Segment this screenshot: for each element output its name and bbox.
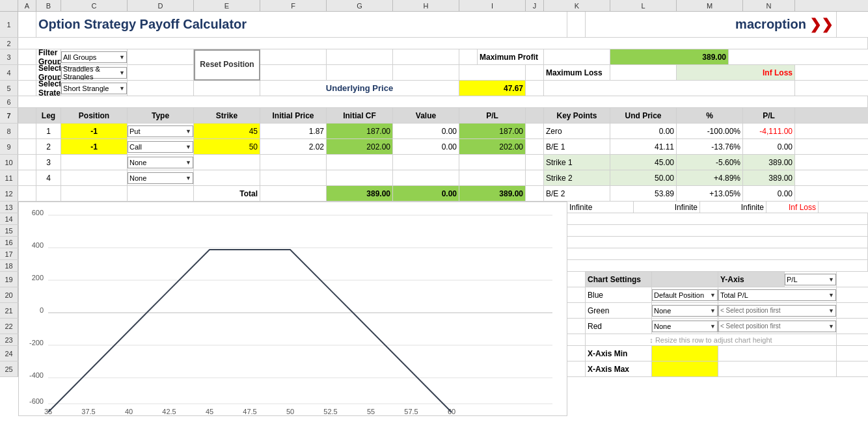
blue-dropdown[interactable]: Default Position ▼ bbox=[652, 287, 718, 302]
red-right-dropdown[interactable]: < Select position first ▼ bbox=[718, 319, 837, 334]
cell-3h bbox=[327, 49, 393, 64]
col-f-header: F bbox=[260, 0, 327, 11]
leg1-value: 0.00 bbox=[393, 124, 459, 138]
red-dropdown-arrow-icon: ▼ bbox=[710, 323, 716, 330]
kp-be2-pl: 0.00 bbox=[743, 186, 795, 201]
cell-23j bbox=[567, 334, 586, 345]
cell-4g bbox=[327, 65, 393, 80]
rownum-3: 3 bbox=[0, 49, 18, 64]
cell-3a bbox=[18, 49, 36, 64]
cell-21j bbox=[567, 303, 586, 318]
underlying-price-label: Underlying Price bbox=[260, 81, 459, 96]
leg4-position bbox=[61, 170, 128, 185]
cell-4l bbox=[610, 65, 677, 80]
chart-settings-label: Chart Settings bbox=[586, 272, 652, 287]
leg2-type-dropdown[interactable]: Call ▼ bbox=[128, 139, 194, 154]
red-dropdown[interactable]: None ▼ bbox=[652, 319, 718, 334]
leg2-strike[interactable]: 50 bbox=[194, 139, 260, 154]
col-pl-header: P/L bbox=[459, 108, 526, 123]
leg2-initial-cf: 202.00 bbox=[327, 139, 393, 154]
max-profit-value: 389.00 bbox=[610, 49, 729, 64]
rownum-10: 10 bbox=[0, 155, 18, 170]
leg1-strike[interactable]: 45 bbox=[194, 124, 260, 138]
reset-position-button[interactable]: Reset Position bbox=[194, 49, 260, 81]
corner-cell bbox=[0, 0, 18, 11]
x-axis-min-value[interactable] bbox=[652, 346, 718, 361]
leg3-type-dropdown[interactable]: None ▼ bbox=[128, 155, 194, 170]
col-c-header: C bbox=[61, 0, 128, 11]
leg4-type-dropdown[interactable]: None ▼ bbox=[128, 170, 194, 185]
rownum-6: 6 bbox=[0, 96, 18, 107]
rownum-16: 16 bbox=[0, 237, 18, 248]
filter-groups-dropdown[interactable]: All Groups ▼ bbox=[61, 49, 128, 64]
max-loss-value: Inf Loss bbox=[677, 65, 795, 80]
col-leg-header: Leg bbox=[36, 108, 61, 123]
filter-groups-label: Filter Groups bbox=[36, 49, 61, 64]
svg-text:45: 45 bbox=[206, 408, 213, 415]
rownum-9: 9 bbox=[0, 139, 18, 154]
y-axis-dropdown[interactable]: P/L ▼ bbox=[785, 272, 837, 287]
rownum-15: 15 bbox=[0, 225, 18, 236]
col-value-header: Value bbox=[393, 108, 459, 123]
cell-14-right bbox=[556, 213, 868, 224]
cell-1a bbox=[18, 12, 36, 37]
green-right-dropdown[interactable]: < Select position first ▼ bbox=[718, 303, 837, 318]
cell-3g bbox=[260, 49, 327, 64]
rownum-18: 18 bbox=[0, 260, 18, 271]
select-strategy-dropdown[interactable]: Short Strangle ▼ bbox=[61, 81, 128, 96]
leg3-pl bbox=[459, 155, 526, 170]
col-d-header: D bbox=[128, 0, 194, 11]
row-12-total: 12 Total 389.00 0.00 389.00 B/E 2 53.89 … bbox=[0, 186, 868, 202]
kp-be2-undprice: 53.89 bbox=[610, 186, 677, 201]
cell-5a bbox=[18, 81, 36, 96]
col-e-header: E bbox=[194, 0, 260, 11]
row-6: 6 bbox=[0, 96, 868, 108]
kp-pct-header: % bbox=[677, 108, 743, 123]
cell-12d bbox=[128, 186, 194, 201]
col-initialcf-header: Initial CF bbox=[327, 108, 393, 123]
cell-19j bbox=[567, 272, 586, 287]
max-loss-label: Maximum Loss bbox=[544, 65, 610, 80]
blue-right-dropdown[interactable]: Total P/L ▼ bbox=[718, 287, 837, 302]
kp-be2-pct: +13.05% bbox=[677, 186, 743, 201]
row-7-headers: 7 Leg Position Type Strike Initial Price… bbox=[0, 108, 868, 124]
leg1-type-dropdown[interactable]: Put ▼ bbox=[128, 124, 194, 138]
row-2: 2 bbox=[0, 38, 868, 49]
cell-20j bbox=[567, 287, 586, 302]
select-group-dropdown[interactable]: Straddles & Strangles ▼ bbox=[61, 65, 128, 80]
leg2-position[interactable]: -1 bbox=[61, 139, 128, 154]
x-axis-max-value[interactable] bbox=[652, 361, 718, 376]
cell-19l bbox=[652, 272, 718, 287]
kp-pl-header: P/L bbox=[743, 108, 795, 123]
col-m-header: M bbox=[677, 0, 743, 11]
rownum-11: 11 bbox=[0, 170, 18, 185]
kp-strike1-pct: -5.60% bbox=[677, 155, 743, 170]
cell-4i bbox=[459, 65, 526, 80]
rownum-23: 23 bbox=[0, 334, 18, 345]
spreadsheet: A B C D E F G H I J K L M N 1 Option Str… bbox=[0, 0, 868, 446]
green-dropdown-arrow-icon: ▼ bbox=[710, 308, 716, 314]
cell-5j bbox=[526, 81, 544, 96]
cell-2-empty bbox=[18, 38, 868, 49]
col-n-header: N bbox=[743, 0, 795, 11]
green-label: Green bbox=[586, 303, 652, 318]
leg1-position[interactable]: -1 bbox=[61, 124, 128, 138]
underlying-price-value[interactable]: 47.67 bbox=[459, 81, 526, 96]
cell-22j bbox=[567, 319, 586, 334]
row-9-leg2: 9 2 -1 Call ▼ 50 2.02 202.00 0.00 202.00… bbox=[0, 139, 868, 155]
cell-4j bbox=[526, 65, 544, 80]
rownum-14: 14 bbox=[0, 213, 18, 224]
leg1-initial-cf: 187.00 bbox=[327, 124, 393, 138]
row-4: 4 Select Group Straddles & Strangles ▼ M… bbox=[0, 65, 868, 81]
kp-infinite-pct: Infinite bbox=[700, 202, 766, 213]
green-right-arrow-icon: ▼ bbox=[828, 308, 834, 314]
cell-5d bbox=[128, 81, 194, 96]
column-headers: A B C D E F G H I J K L M N bbox=[0, 0, 868, 12]
rownum-25: 25 bbox=[0, 361, 18, 376]
svg-text:40: 40 bbox=[125, 408, 133, 415]
svg-text:52.5: 52.5 bbox=[323, 408, 337, 415]
leg1-pl: 187.00 bbox=[459, 124, 526, 138]
total-value: 0.00 bbox=[393, 186, 459, 201]
green-dropdown[interactable]: None ▼ bbox=[652, 303, 718, 318]
leg1-num: 1 bbox=[36, 124, 61, 138]
